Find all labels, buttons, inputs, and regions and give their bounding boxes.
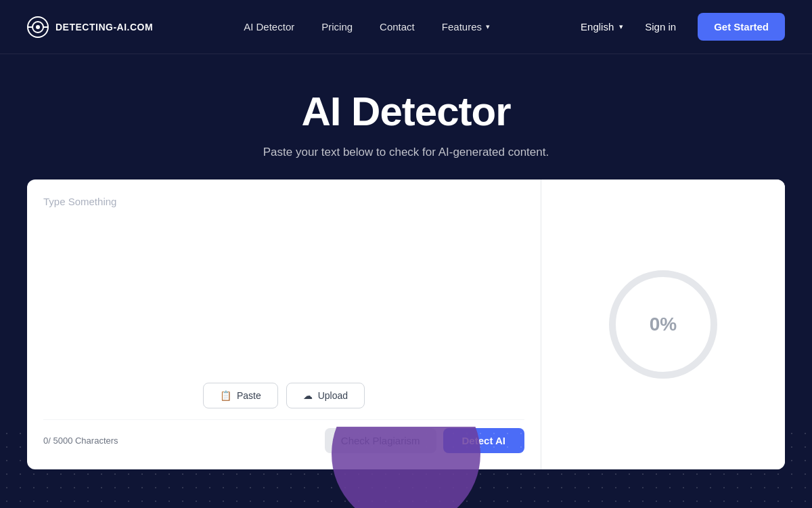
nav-right: English ▾ Sign in Get Started bbox=[581, 13, 785, 41]
right-panel: 0% bbox=[541, 179, 785, 469]
features-chevron-icon: ▾ bbox=[486, 22, 490, 31]
logo-text: DETECTING-AI.COM bbox=[55, 22, 153, 33]
paste-icon: 📋 bbox=[220, 390, 231, 401]
bottom-decoration bbox=[0, 427, 812, 508]
logo-icon bbox=[27, 16, 49, 38]
sign-in-button[interactable]: Sign in bbox=[634, 16, 687, 38]
text-input[interactable] bbox=[43, 196, 524, 372]
svg-point-2 bbox=[36, 25, 40, 29]
nav-links: AI Detector Pricing Contact Features ▾ bbox=[244, 21, 490, 33]
main-card: 📋 Paste ☁ Upload 0/ 5000 Characters Chec… bbox=[27, 179, 785, 469]
upload-button[interactable]: ☁ Upload bbox=[286, 383, 365, 408]
decorative-circle bbox=[332, 427, 480, 508]
get-started-button[interactable]: Get Started bbox=[698, 13, 785, 41]
hero-subtitle: Paste your text below to check for AI-ge… bbox=[14, 146, 798, 159]
language-selector[interactable]: English ▾ bbox=[581, 21, 623, 33]
language-chevron-icon: ▾ bbox=[619, 22, 623, 31]
paste-button[interactable]: 📋 Paste bbox=[203, 383, 278, 408]
upload-icon: ☁ bbox=[303, 390, 313, 401]
nav-features[interactable]: Features ▾ bbox=[442, 21, 490, 33]
action-buttons: 📋 Paste ☁ Upload bbox=[43, 383, 524, 408]
hero-section: AI Detector Paste your text below to che… bbox=[0, 54, 812, 179]
percentage-value: 0% bbox=[650, 314, 677, 335]
logo[interactable]: DETECTING-AI.COM bbox=[27, 16, 153, 38]
language-text: English bbox=[581, 21, 614, 33]
navbar: DETECTING-AI.COM AI Detector Pricing Con… bbox=[0, 0, 812, 54]
nav-contact[interactable]: Contact bbox=[380, 21, 415, 33]
nav-pricing[interactable]: Pricing bbox=[321, 21, 353, 33]
hero-title: AI Detector bbox=[14, 88, 798, 135]
nav-ai-detector[interactable]: AI Detector bbox=[244, 21, 294, 33]
left-panel: 📋 Paste ☁ Upload 0/ 5000 Characters Chec… bbox=[27, 179, 541, 469]
percentage-circle: 0% bbox=[609, 270, 717, 379]
